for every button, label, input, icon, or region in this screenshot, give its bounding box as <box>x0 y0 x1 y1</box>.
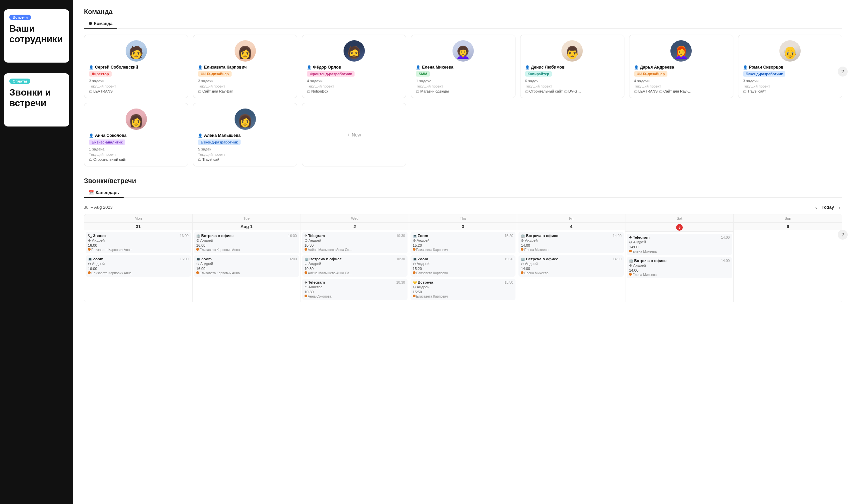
calendar-event[interactable]: 🏢 Встреча в офисе 10:30 ⊙ Андрей 10:30 А… <box>302 255 407 277</box>
calendar-event[interactable]: 📞 Звонок 16:00 ⊙ Андрей 16:00 Елизавета … <box>86 232 191 253</box>
member-tasks: 4 задачи <box>307 79 401 83</box>
calendar-day-column: Wed2 ✈ Telegram 10:30 ⊙ Андрей 10:30 Алё… <box>301 214 409 302</box>
cal-event-time-detail: 14:00 <box>629 268 730 272</box>
member-avatar: 👩 <box>126 109 147 130</box>
participant-dot <box>196 271 199 274</box>
member-avatar: 👨 <box>561 40 583 61</box>
member-role: UI/UX-дизайнер <box>198 71 231 76</box>
calendar-today-btn[interactable]: Today <box>822 205 834 210</box>
sidebar-card-meetings: Встречи Ваши сотрудники <box>4 9 69 62</box>
cal-event-time: 16:00 <box>288 257 297 261</box>
cal-event-participants: Елизавета Карпович <box>413 294 513 298</box>
member-role: UI/UX-дизайнер <box>634 71 667 76</box>
calendar-event[interactable]: 🏢 Встреча в офисе 16:00 ⊙ Андрей 16:00 Е… <box>194 232 299 253</box>
calendar-event[interactable]: ✈ Telegram 10:30 ⊙ Андрей 10:30 Алёна Ма… <box>302 232 407 253</box>
member-card[interactable]: 👩‍🦱 👤 Елена Михеева SMM 1 задача Текущий… <box>411 35 515 98</box>
tab-team[interactable]: ⊞ Команда <box>84 19 117 29</box>
cal-event-type: 🤝 Встреча <box>413 280 434 284</box>
add-member-button[interactable]: +New <box>302 103 406 166</box>
cal-events: 📞 Звонок 16:00 ⊙ Андрей 16:00 Елизавета … <box>84 230 192 278</box>
calendar-event[interactable]: 🏢 Встреча в офисе 14:00 ⊙ Андрей 14:00 Е… <box>519 232 624 253</box>
cal-event-type: 💻 Zoom <box>413 234 428 238</box>
project-tag: 🗂 LEVTRANS <box>634 89 658 93</box>
tab-calendar[interactable]: 📅 Календарь <box>84 188 124 198</box>
help-button-team[interactable]: ? <box>838 67 848 76</box>
team-grid: 🧑 👤 Сергей Соболевский Директор 3 задачи… <box>84 35 842 166</box>
member-name: 👤 Алёна Малышева <box>198 133 292 138</box>
member-projects: 🗂 Строительный сайт 🗂 DV-G… <box>525 89 620 93</box>
project-tag: 🗂 NotionBox <box>307 89 328 93</box>
cal-event-icon: ✈ <box>304 234 307 238</box>
calendar-event[interactable]: 💻 Zoom 16:00 ⊙ Андрей 16:00 Елизавета Ка… <box>194 255 299 277</box>
participant-name: Анна <box>124 271 132 275</box>
project-tag: 🗂 Магазин одежды <box>416 89 449 93</box>
calendar-day-column: Sun6 <box>734 214 842 302</box>
member-avatar: 👩‍🦰 <box>671 40 692 61</box>
member-icon: 👤 <box>89 65 94 70</box>
calendar-event[interactable]: 🏢 Встреча в офисе 14:00 ⊙ Андрей 14:00 Е… <box>519 255 624 277</box>
cal-date-number: 31 <box>84 223 192 230</box>
cal-events <box>734 230 842 234</box>
member-role: Бизнес-аналитик <box>89 140 125 145</box>
cal-event-participants: Елена Михеева <box>521 248 622 252</box>
calendar-event[interactable]: 🏢 Встреча в офисе 14:00 ⊙ Андрей 14:00 Е… <box>627 257 732 278</box>
cal-event-type: ✈ Telegram <box>304 280 325 284</box>
member-card[interactable]: 👩 👤 Алёна Малышева Бэкенд-разработчик 5 … <box>193 103 297 166</box>
calendar-next-btn[interactable]: › <box>837 204 842 211</box>
cal-day-name: Mon <box>84 214 192 223</box>
cal-event-user: ⊙ Андрей <box>196 238 297 243</box>
participant-dot <box>629 250 632 252</box>
member-projects: 🗂 NotionBox <box>307 89 401 93</box>
participant-dot <box>629 273 632 276</box>
cal-event-participants: Елизавета Карпович <box>413 248 513 252</box>
calendar-prev-btn[interactable]: ‹ <box>813 204 819 211</box>
calendar-event[interactable]: ✈ Telegram 14:00 ⊙ Андрей 14:00 Елена Ми… <box>627 234 732 255</box>
sidebar-badge-meetings: Встречи <box>9 15 31 20</box>
participant-dot <box>196 248 199 251</box>
participant-dot <box>88 271 91 274</box>
member-card[interactable]: 🧔 👤 Фёдор Орлов Фронтенд-разработчик 4 з… <box>302 35 406 98</box>
help-button-calendar[interactable]: ? <box>838 230 848 240</box>
member-card[interactable]: 🧑 👤 Сергей Соболевский Директор 3 задачи… <box>84 35 188 98</box>
member-card[interactable]: 👩 👤 Анна Соколова Бизнес-аналитик 1 зада… <box>84 103 188 166</box>
cal-day-name: Sat <box>625 214 733 223</box>
member-card[interactable]: 👩‍🦰 👤 Дарья Андреева UI/UX-дизайнер 4 за… <box>629 35 733 98</box>
cal-date-badge: 5 <box>676 224 683 231</box>
member-tasks: 3 задачи <box>198 79 292 83</box>
calendar-event[interactable]: 💻 Zoom 15:20 ⊙ Андрей 15:20 Елизавета Ка… <box>411 232 516 253</box>
participant-dot <box>304 271 307 274</box>
cal-event-type: 💻 Zoom <box>88 257 103 261</box>
cal-event-time: 14:00 <box>613 234 622 238</box>
member-card[interactable]: 👴 👤 Роман Скворцов Бэкенд-разработчик 3 … <box>738 35 842 98</box>
calendar-event[interactable]: 🤝 Встреча 15:50 ⊙ Андрей 15:50 Елизавета… <box>411 278 516 300</box>
cal-event-user: ⊙ Андрей <box>88 238 189 243</box>
calendar-event[interactable]: 💻 Zoom 15:20 ⊙ Андрей 15:20 Елизавета Ка… <box>411 255 516 277</box>
cal-event-user: ⊙ Андрей <box>413 285 513 289</box>
calendar-event[interactable]: 💻 Zoom 16:00 ⊙ Андрей 16:00 Елизавета Ка… <box>86 255 191 277</box>
member-name: 👤 Анна Соколова <box>89 133 183 138</box>
calendar-day-column: Thu3 💻 Zoom 15:20 ⊙ Андрей 15:20 Елизаве… <box>409 214 518 302</box>
calendar-section-title: Звонки/встречи <box>84 177 842 185</box>
cal-event-participants: Елена Михеева <box>629 250 730 253</box>
cal-event-icon: ✈ <box>629 236 632 239</box>
member-card[interactable]: 👨 👤 Денис Любимов Копирайтер 6 задач Тек… <box>520 35 624 98</box>
member-card[interactable]: 👩 👤 Елизавета Карпович UI/UX-дизайнер 3 … <box>193 35 297 98</box>
cal-event-time-detail: 14:00 <box>521 267 622 271</box>
cal-date-number: 3 <box>409 223 517 230</box>
participant-name: Елизавета Карпович <box>416 294 448 298</box>
member-name: 👤 Роман Скворцов <box>743 65 837 70</box>
participant-name: Елизавета Карпович <box>91 271 123 275</box>
participant-name: Елизавета Карпович <box>199 248 231 252</box>
cal-event-header: 💻 Zoom 16:00 <box>88 257 189 261</box>
cal-event-type: 🏢 Встреча в офисе <box>521 257 558 261</box>
member-project-label: Текущий проект <box>89 84 183 88</box>
participant-dot <box>413 248 416 251</box>
calendar-event[interactable]: ✈ Telegram 10:30 ⊙ Анастас 10:30 Анна Со… <box>302 278 407 300</box>
member-tasks: 1 задача <box>416 79 510 83</box>
member-tasks: 3 задачи <box>89 79 183 83</box>
member-icon: 👤 <box>307 65 312 70</box>
member-name: 👤 Фёдор Орлов <box>307 65 401 70</box>
cal-event-user: ⊙ Андрей <box>413 262 513 266</box>
member-project-label: Текущий проект <box>198 84 292 88</box>
grid-icon: ⊞ <box>89 21 92 26</box>
